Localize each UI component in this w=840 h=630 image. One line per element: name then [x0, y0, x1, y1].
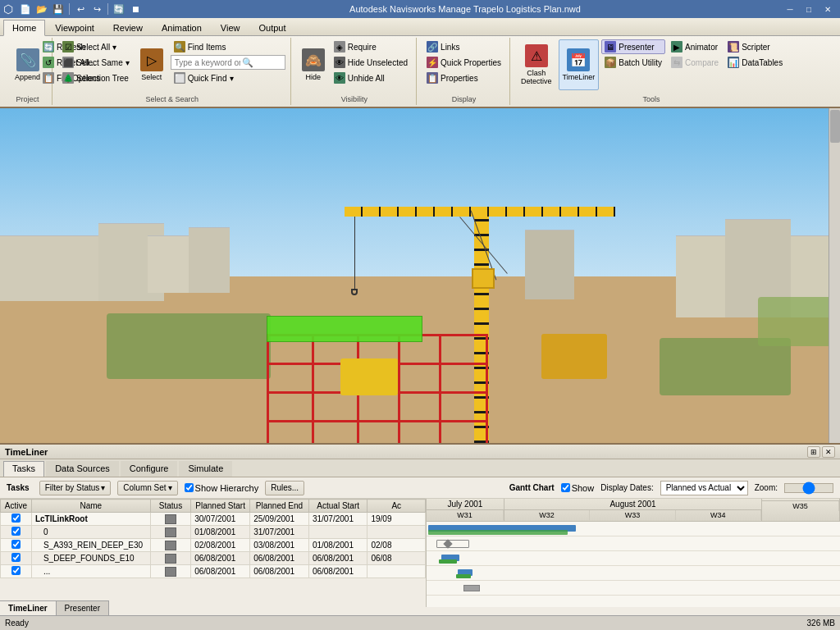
hide-label: Hide [305, 73, 321, 81]
qa-refresh-btn[interactable]: 🔄 [112, 2, 126, 16]
animator-btn[interactable]: ▶ Animator [668, 39, 722, 54]
links-btn[interactable]: 🔗 Links [423, 39, 504, 54]
timeliner-tab-simulate[interactable]: Simulate [179, 461, 232, 477]
require-btn[interactable]: ◈ Require [331, 39, 411, 54]
title-bar: ⬡ 📄 📂 💾 ↩ ↪ 🔄 ⏹ Autodesk Navisworks Mana… [0, 0, 840, 18]
presenter-btn[interactable]: 🖥 Presenter [601, 39, 665, 54]
find-items-btn[interactable]: 🔍 Find Items [171, 39, 285, 54]
table-row[interactable]: 0 01/08/2001 31/07/2001 [1, 526, 426, 539]
show-hierarchy-checkbox[interactable] [185, 483, 194, 492]
table-row[interactable]: S_DEEP_FOUNDS_E10 06/08/2001 06/08/2001 … [1, 552, 426, 565]
properties-btn[interactable]: 📋 Properties [423, 71, 504, 85]
show-hierarchy-label[interactable]: Show Hierarchy [185, 483, 259, 493]
qa-redo-btn[interactable]: ↪ [89, 2, 104, 16]
quick-find-box[interactable]: 🔍 [171, 55, 285, 70]
presenter-icon: 🖥 [605, 41, 616, 52]
clash-detective-icon: ⚠ [525, 44, 548, 67]
row-active-1[interactable] [11, 514, 21, 523]
col-header-actual-start: Actual Start [308, 500, 368, 513]
row-ac-5 [368, 565, 426, 578]
compare-btn[interactable]: ⇆ Compare [668, 55, 722, 70]
row-active-5[interactable] [11, 566, 21, 575]
unhide-all-btn[interactable]: 👁 Unhide All [331, 71, 411, 85]
tab-review[interactable]: Review [104, 20, 152, 35]
rules-btn[interactable]: Rules... [265, 481, 304, 495]
show-gantt-label[interactable]: Show [561, 483, 595, 493]
timeliner-tabs: Tasks Data Sources Configure Simulate [0, 459, 840, 477]
scripter-btn[interactable]: 📜 Scripter [724, 39, 786, 54]
timeliner-tab-configure[interactable]: Configure [121, 461, 178, 477]
timeliner-tab-tasks[interactable]: Tasks [3, 461, 44, 477]
close-btn[interactable]: ✕ [819, 2, 837, 16]
qa-stop-btn[interactable]: ⏹ [128, 2, 143, 16]
maximize-btn[interactable]: □ [800, 2, 818, 16]
sets-btn[interactable]: ⬜ Quick Find ▾ [171, 71, 285, 85]
batch-utility-btn[interactable]: 📦 Batch Utility [601, 55, 665, 70]
row-active-3[interactable] [11, 540, 21, 549]
gantt-header: July 2001 W31 August 2001 W32 W33 W34 [427, 499, 840, 522]
select-all-btn[interactable]: ☑ Select All ▾ [59, 39, 133, 54]
hide-unselected-btn[interactable]: 👁 Hide Unselected [331, 55, 411, 70]
find-items-label: Find Items [188, 43, 226, 52]
hide-unselected-label: Hide Unselected [348, 58, 408, 67]
bg-building-1 [0, 235, 115, 301]
quick-find-input[interactable] [175, 58, 240, 67]
select-btn[interactable]: ▷ Select [136, 39, 167, 90]
qa-save-btn[interactable]: 💾 [51, 2, 66, 16]
qa-undo-btn[interactable]: ↩ [73, 2, 88, 16]
table-row[interactable]: ... 06/08/2001 06/08/2001 06/08/2001 [1, 565, 426, 578]
show-gantt-checkbox[interactable] [561, 483, 570, 492]
tab-view[interactable]: View [212, 20, 249, 35]
tab-animation[interactable]: Animation [153, 20, 211, 35]
qa-open-btn[interactable]: 📂 [34, 2, 49, 16]
qa-new-btn[interactable]: 📄 [18, 2, 33, 16]
machinery-2 [340, 358, 398, 395]
quick-props-btn[interactable]: ⚡ Quick Properties [423, 55, 504, 70]
gantt-bar-1-actual [428, 530, 568, 535]
row-pe-5: 06/08/2001 [250, 565, 309, 578]
row-as-2 [308, 526, 368, 539]
bottom-tab-timeliner[interactable]: TimeLiner [0, 601, 57, 615]
table-row[interactable]: LcTlLinkRoot 30/07/2001 25/09/2001 31/07… [1, 513, 426, 526]
gantt-month-july: July 2001 W31 [427, 499, 504, 521]
select-same-btn[interactable]: ⬛ Select Same ▾ [59, 55, 133, 70]
zoom-slider[interactable] [784, 483, 833, 493]
bottom-tabs: TimeLiner Presenter [0, 600, 109, 615]
gantt-bar-2 [436, 540, 469, 548]
selection-tree-btn[interactable]: 🌲 Selection Tree [59, 71, 133, 85]
3d-viewport[interactable] [0, 108, 840, 445]
tab-home[interactable]: Home [3, 20, 45, 36]
select-same-label: Select Same [76, 58, 123, 67]
timeliner-tab-datasources[interactable]: Data Sources [46, 461, 119, 477]
column-set-btn[interactable]: Column Set ▾ [117, 481, 177, 495]
clash-detective-btn[interactable]: ⚠ ClashDetective [517, 39, 556, 90]
compare-icon: ⇆ [671, 57, 682, 68]
row-ps-4: 06/08/2001 [191, 552, 250, 565]
append-label: Append [15, 73, 40, 81]
gantt-label: Gantt Chart [509, 483, 555, 492]
row-active-2[interactable] [11, 527, 21, 536]
status-icon-1 [165, 514, 176, 524]
select-same-icon: ⬛ [62, 57, 74, 68]
animator-label: Animator [685, 43, 718, 52]
display-dates-select[interactable]: Planned vs Actual [660, 481, 748, 495]
hide-icon: 🙈 [302, 48, 325, 71]
hide-btn[interactable]: 🙈 Hide [298, 39, 329, 90]
timeliner-btn[interactable]: 📅 TimeLiner [559, 39, 600, 90]
datatables-icon: 📊 [728, 57, 739, 68]
viewport-scrollbar[interactable] [829, 108, 840, 445]
animator-icon: ▶ [671, 41, 682, 52]
hierarchy-label-text: Show Hierarchy [195, 483, 259, 493]
timeliner-close-btn[interactable]: ✕ [822, 446, 835, 458]
row-ac-3: 02/08 [368, 539, 426, 552]
bg-building-4 [189, 227, 230, 293]
filter-by-status-btn[interactable]: Filter by Status ▾ [39, 481, 112, 495]
table-row[interactable]: S_A393_REIN_DEEP_E30 02/08/2001 03/08/20… [1, 539, 426, 552]
tab-output[interactable]: Output [250, 20, 295, 35]
datatables-btn[interactable]: 📊 DataTables [724, 55, 786, 70]
row-active-4[interactable] [11, 553, 21, 562]
minimize-btn[interactable]: ─ [781, 2, 799, 16]
timeliner-float-btn[interactable]: ⊞ [807, 446, 820, 458]
tab-viewpoint[interactable]: Viewpoint [46, 20, 103, 35]
bottom-tab-presenter[interactable]: Presenter [57, 601, 109, 615]
